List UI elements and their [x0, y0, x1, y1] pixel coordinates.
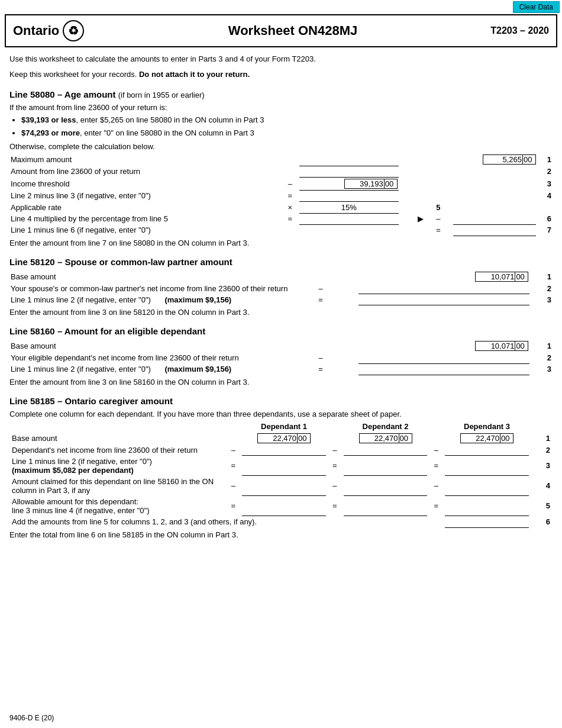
row-58080-7: Line 1 minus line 6 (if negative, enter … [9, 224, 553, 236]
section-58160: Line 58160 – Amount for an eligible depe… [9, 326, 553, 386]
dep2-header: Dependant 2 [344, 421, 427, 432]
row-58080-1: Maximum amount 5,265 00 1 [9, 153, 553, 166]
caregiver-row-5: Allowable amount for this dependant:line… [9, 496, 553, 516]
instruction-bold: Do not attach it to your return. [139, 70, 250, 79]
header-box: Ontario ♻ Worksheet ON428MJ T2203 – 2020 [5, 14, 557, 47]
instruction-line2: Keep this worksheet for your records. Do… [9, 69, 553, 80]
caregiver-row-3: Line 1 minus line 2 (if negative, enter … [9, 456, 553, 476]
main-content: Use this worksheet to calculate the amou… [0, 53, 562, 539]
row-58120-3: Line 1 minus line 2 (if negative, enter … [9, 294, 553, 305]
top-bar: Clear Data [0, 0, 562, 14]
row-58160-3: Line 1 minus line 2 (if negative, enter … [9, 363, 553, 375]
heading-58120: Line 58120 – Spouse or common-law partne… [9, 257, 553, 267]
dep1-header: Dependant 1 [242, 421, 325, 432]
58080-bullets: $39,193 or less, enter $5,265 on line 58… [21, 114, 553, 138]
province-name: Ontario [13, 23, 59, 38]
heading-58185: Line 58185 – Ontario caregiver amount [9, 396, 553, 406]
row-58080-2: Amount from line 23600 of your return 2 [9, 166, 553, 177]
row-58120-1: Base amount 10,071 00 1 [9, 270, 553, 283]
caregiver-row-2: Dependant's net income from line 23600 o… [9, 444, 553, 456]
row-58080-6: Line 4 multiplied by the percentage from… [9, 213, 553, 224]
label-58080-1: Maximum amount [9, 153, 281, 166]
instruction-line1: Use this worksheet to calculate the amou… [9, 53, 553, 65]
row-58080-5: Applicable rate × 15% 5 [9, 201, 553, 213]
row-58080-3: Income threshold – 39,193 00 3 [9, 177, 553, 190]
value-58080-1[interactable]: 5,265 00 [483, 154, 536, 165]
clear-data-button[interactable]: Clear Data [513, 1, 560, 13]
bullet-2: $74,293 or more, enter "0" on line 58080… [21, 127, 553, 139]
heading-58080: Line 58080 – Age amount (if born in 1955… [9, 89, 553, 99]
dep3-base[interactable]: 22,470 00 [460, 433, 513, 443]
caregiver-header-row: Dependant 1 Dependant 2 Dependant 3 [9, 421, 553, 432]
58080-footer-note: Enter the amount from line 7 on line 580… [9, 239, 553, 247]
58185-footer-note: Enter the total from line 6 on line 5818… [9, 530, 553, 539]
caregiver-row-4: Amount claimed for this dependant on lin… [9, 476, 553, 496]
58185-intro: Complete one column for each dependant. … [9, 410, 553, 418]
58080-calc-table: Maximum amount 5,265 00 1 Amount from li… [9, 153, 553, 236]
58080-otherwise: Otherwise, complete the calculation belo… [9, 142, 553, 151]
58160-calc-table: Base amount 10,071 00 1 Your eligible de… [9, 340, 553, 375]
row-58160-2: Your eligible dependant's net income fro… [9, 352, 553, 363]
value-58120-1[interactable]: 10,071 00 [475, 272, 528, 282]
form-code: 9406-D E (20) [9, 714, 54, 722]
58160-footer-note: Enter the amount from line 3 on line 581… [9, 378, 553, 386]
58120-footer-note: Enter the amount from line 3 on line 581… [9, 308, 553, 317]
heading-58160: Line 58160 – Amount for an eligible depe… [9, 326, 553, 336]
58120-calc-table: Base amount 10,071 00 1 Your spouse's or… [9, 270, 553, 306]
section-58185: Line 58185 – Ontario caregiver amount Co… [9, 396, 553, 539]
ontario-logo-icon: ♻ [63, 20, 84, 41]
caregiver-row-1: Base amount 22,470 00 22,470 00 [9, 432, 553, 444]
value-58160-1[interactable]: 10,071 00 [475, 341, 528, 351]
section-58120: Line 58120 – Spouse or common-law partne… [9, 257, 553, 317]
section-58080: Line 58080 – Age amount (if born in 1955… [9, 89, 553, 247]
ontario-logo: Ontario ♻ [13, 20, 108, 41]
form-number: T2203 – 2020 [466, 25, 549, 36]
worksheet-title: Worksheet ON428MJ [119, 23, 466, 38]
row-58080-4: Line 2 minus line 3 (if negative, enter … [9, 190, 553, 201]
page-footer: 9406-D E (20) [9, 714, 54, 722]
row-58120-2: Your spouse's or common-law partner's ne… [9, 283, 553, 294]
dep1-base[interactable]: 22,470 00 [257, 433, 311, 443]
row-58160-1: Base amount 10,071 00 1 [9, 340, 553, 352]
58185-caregiver-table: Dependant 1 Dependant 2 Dependant 3 Base… [9, 421, 553, 528]
caregiver-row-6: Add the amounts from line 5 for columns … [9, 516, 553, 528]
value-58080-3[interactable]: 39,193 00 [344, 179, 398, 189]
58080-intro: If the amount from line 23600 of your re… [9, 103, 553, 112]
dep3-header: Dependant 3 [445, 421, 528, 432]
bullet-1: $39,193 or less, enter $5,265 on line 58… [21, 114, 553, 126]
dep2-base[interactable]: 22,470 00 [359, 433, 412, 443]
